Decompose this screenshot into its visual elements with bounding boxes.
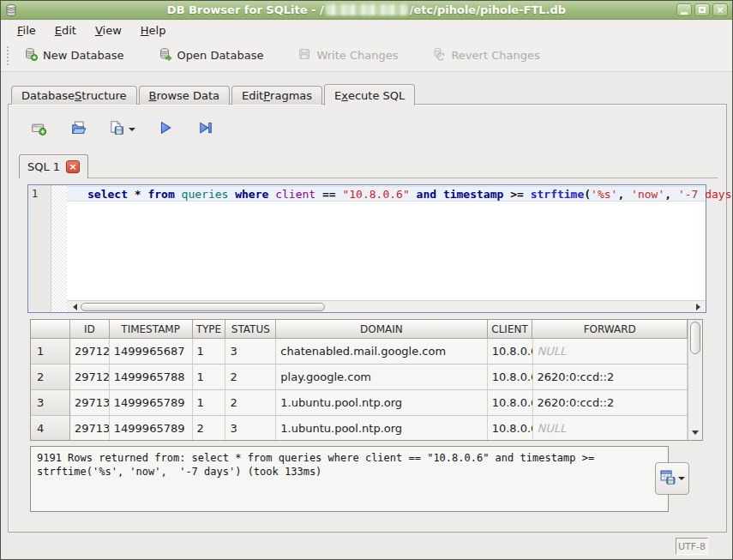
table-cell[interactable]: 2 [225, 364, 276, 390]
table-cell[interactable]: 297127 [70, 339, 110, 364]
table-cell[interactable]: 10.8.0.6 [488, 416, 533, 440]
table-cell[interactable]: 2 [193, 416, 226, 440]
export-results-button[interactable] [655, 462, 689, 495]
close-sql-tab-icon[interactable]: × [66, 160, 80, 173]
results-vertical-scrollbar[interactable] [688, 320, 702, 440]
open-file-icon [71, 120, 87, 139]
scroll-left-icon[interactable] [67, 301, 79, 313]
table-cell[interactable]: 1.ubuntu.pool.ntp.org [276, 416, 487, 440]
row-header-cell[interactable]: 2 [31, 364, 70, 390]
sql-token: from [147, 188, 174, 201]
row-header-cell[interactable]: 3 [31, 390, 70, 416]
results-grid: IDTIMESTAMPTYPESTATUSDOMAINCLIENTFORWARD… [30, 319, 703, 441]
table-cell[interactable]: play.google.com [276, 364, 487, 390]
column-header-forward[interactable]: FORWARD [532, 320, 688, 339]
label-accel: B [149, 89, 157, 102]
minimize-button[interactable] [676, 3, 692, 16]
sql-token: 'now' [631, 188, 664, 201]
label-post: ecute SQL [348, 89, 405, 102]
table-cell[interactable]: NULL [533, 339, 688, 364]
results-vscroll-thumb[interactable] [690, 322, 700, 354]
write-changes-icon [297, 47, 311, 63]
fold-margin [51, 185, 67, 312]
row-header-cell[interactable]: 1 [31, 339, 70, 364]
row-header-cell[interactable]: 4 [31, 416, 70, 440]
results-header-row: IDTIMESTAMPTYPESTATUSDOMAINCLIENTFORWARD [31, 320, 688, 339]
menu-item-edit[interactable]: Edit [45, 22, 86, 39]
open-database-button[interactable]: Open Database [151, 43, 272, 68]
menu-item-view[interactable]: View [86, 22, 131, 39]
column-header-status[interactable]: STATUS [225, 320, 276, 339]
column-header-timestamp[interactable]: TIMESTAMP [110, 320, 193, 339]
tab-execute-sql[interactable]: Execute SQL [324, 84, 415, 105]
execute-sql-button[interactable] [153, 117, 178, 142]
new-database-icon [24, 47, 38, 63]
table-cell[interactable]: 1499965789 [110, 416, 193, 440]
sql-editor[interactable]: 1 select * from queries where client == … [27, 184, 706, 313]
window-controls: × [676, 3, 728, 16]
table-cell[interactable]: chatenabled.mail.google.com [276, 339, 487, 364]
table-cell[interactable]: 297131 [70, 416, 110, 440]
tab-edit-pragmas[interactable]: Edit Pragmas [231, 86, 322, 105]
column-header-id[interactable]: ID [70, 320, 110, 339]
open-sql-tab-button[interactable] [26, 117, 51, 142]
close-button[interactable]: × [712, 3, 728, 16]
table-cell[interactable]: 10.8.0.6 [488, 390, 533, 416]
label-pre: Database [21, 89, 75, 102]
scroll-down-icon[interactable] [688, 428, 702, 440]
label-accel: V [95, 24, 103, 37]
column-header-domain[interactable]: DOMAIN [276, 320, 487, 339]
maximize-button[interactable] [694, 3, 710, 16]
table-cell[interactable]: 1 [193, 390, 226, 416]
window-title-prefix: DB Browser for SQLite - / [167, 3, 324, 16]
table-cell[interactable]: 297129 [70, 364, 110, 390]
menu-item-help[interactable]: Help [131, 22, 176, 39]
code-area[interactable]: select * from queries where client == "1… [67, 185, 706, 312]
open-sql-file-button[interactable] [66, 117, 92, 142]
sql-token: client [275, 188, 315, 201]
table-cell[interactable]: 1499965789 [110, 390, 193, 416]
save-sql-file-button[interactable] [106, 117, 138, 142]
table-cell[interactable]: 2620:0:ccd::2 [533, 364, 688, 390]
sql-token: timestamp [443, 188, 503, 201]
sql-editor-tab[interactable]: SQL 1 × [19, 154, 88, 178]
label-post: ile [23, 24, 36, 37]
sql-token [268, 188, 275, 201]
label-pre: E [334, 89, 341, 102]
table-cell[interactable]: 2 [225, 390, 276, 416]
table-cell[interactable]: 10.8.0.6 [488, 364, 533, 390]
menu-item-file[interactable]: File [8, 22, 45, 39]
table-cell[interactable]: 1499965687 [110, 339, 193, 364]
dropdown-caret-icon[interactable] [129, 128, 135, 135]
table-cell[interactable]: 3 [225, 339, 276, 364]
minimize-icon [681, 12, 688, 15]
table-cell[interactable]: 3 [225, 416, 276, 440]
execute-current-line-button[interactable] [193, 117, 219, 142]
table-cell[interactable]: 1 [193, 364, 226, 390]
table-cell[interactable]: 297130 [70, 390, 110, 416]
toolbar-drag-handle[interactable] [6, 45, 9, 66]
column-header-client[interactable]: CLIENT [488, 320, 533, 339]
editor-horizontal-scrollbar[interactable] [67, 300, 706, 312]
scroll-right-icon[interactable] [694, 301, 706, 313]
close-icon: × [716, 4, 724, 15]
sql-tab-label: SQL 1 [27, 160, 60, 173]
table-cell[interactable]: 2620:0:ccd::2 [533, 390, 688, 416]
editor-hscroll-thumb[interactable] [81, 303, 325, 311]
column-header-type[interactable]: TYPE [193, 320, 226, 339]
tab-database-structure[interactable]: Database Structure [11, 86, 137, 105]
label-accel: P [263, 89, 270, 102]
table-cell[interactable]: 1.ubuntu.pool.ntp.org [276, 390, 487, 416]
table-cell[interactable]: NULL [533, 416, 688, 440]
new-database-button[interactable]: New Database [16, 43, 132, 68]
table-cell[interactable]: 1 [193, 339, 226, 364]
table-cell[interactable]: 1499965788 [110, 364, 193, 390]
corner-header-cell[interactable] [31, 320, 70, 339]
sql-token: "10.8.0.6" [342, 188, 409, 201]
table-cell[interactable]: 10.8.0.6 [488, 339, 533, 364]
execution-status-message[interactable]: 9191 Rows returned from: select * from q… [30, 446, 669, 512]
write-changes-button: Write Changes [290, 43, 406, 68]
sql-query-line[interactable]: select * from queries where client == "1… [67, 186, 706, 202]
tab-browse-data[interactable]: Browse Data [139, 86, 231, 105]
open-database-icon [159, 47, 172, 63]
